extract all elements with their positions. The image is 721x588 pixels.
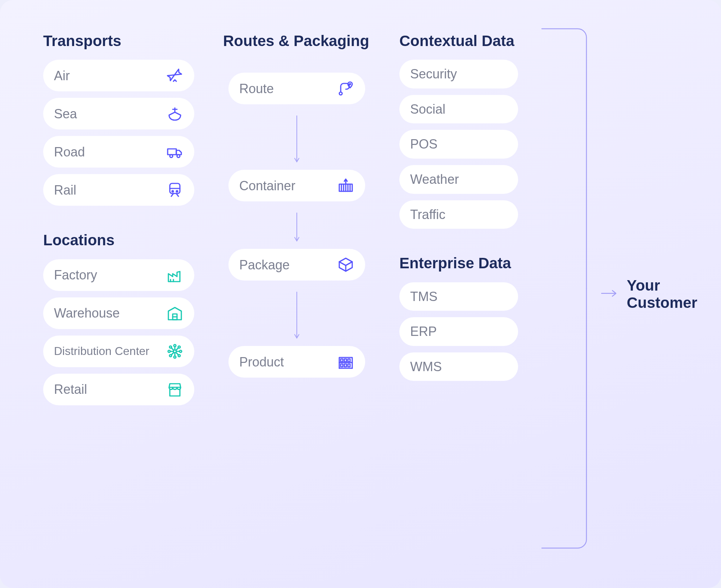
svg-rect-23 bbox=[344, 359, 346, 362]
distribution-center-label: Distribution Center bbox=[54, 345, 149, 357]
column-routes-packaging: Routes & Packaging Route Container bbox=[223, 32, 371, 556]
storefront-icon bbox=[166, 381, 183, 398]
pill-weather: Weather bbox=[399, 165, 518, 194]
svg-rect-25 bbox=[341, 364, 343, 367]
container-icon bbox=[337, 177, 354, 194]
column-transports-locations: Transports Air Sea Road bbox=[43, 32, 194, 556]
column-customer: Your Customer bbox=[547, 32, 699, 556]
route-icon bbox=[337, 80, 354, 97]
pill-container: Container bbox=[228, 170, 365, 201]
svg-rect-26 bbox=[344, 364, 346, 367]
warehouse-icon bbox=[166, 305, 183, 322]
ship-icon bbox=[166, 105, 183, 122]
pill-factory: Factory bbox=[43, 259, 194, 291]
pill-package: Package bbox=[228, 249, 365, 281]
svg-point-17 bbox=[350, 84, 351, 85]
pill-rail: Rail bbox=[43, 174, 194, 206]
pill-traffic: Traffic bbox=[399, 200, 518, 229]
airplane-icon bbox=[166, 67, 183, 84]
truck-icon bbox=[166, 143, 183, 160]
locations-title: Locations bbox=[43, 232, 194, 249]
pill-wms: WMS bbox=[399, 352, 518, 381]
flow-arrow-2 bbox=[223, 208, 371, 249]
warehouse-label: Warehouse bbox=[54, 306, 120, 320]
svg-point-9 bbox=[174, 356, 176, 358]
pill-warehouse: Warehouse bbox=[43, 297, 194, 329]
customer-block: Your Customer bbox=[601, 277, 699, 311]
pill-sea: Sea bbox=[43, 98, 194, 129]
factory-icon bbox=[166, 266, 183, 284]
pill-distribution-center: Distribution Center bbox=[43, 336, 194, 367]
diagram-canvas: Transports Air Sea Road bbox=[0, 0, 721, 588]
svg-point-11 bbox=[180, 350, 182, 352]
column-data: Contextual Data Security Social POS Weat… bbox=[399, 32, 518, 556]
routes-packaging-title: Routes & Packaging bbox=[223, 32, 371, 50]
road-label: Road bbox=[54, 145, 85, 159]
train-icon bbox=[166, 181, 183, 199]
air-label: Air bbox=[54, 69, 70, 83]
traffic-label: Traffic bbox=[410, 208, 445, 222]
pill-retail: Retail bbox=[43, 374, 194, 405]
svg-point-8 bbox=[174, 345, 176, 347]
package-icon bbox=[337, 256, 354, 273]
package-label: Package bbox=[239, 258, 290, 272]
wms-label: WMS bbox=[410, 360, 442, 374]
tms-label: TMS bbox=[410, 290, 437, 304]
enterprise-data-title: Enterprise Data bbox=[399, 255, 518, 272]
bracket-connector bbox=[539, 26, 589, 551]
pill-security: Security bbox=[399, 60, 518, 88]
factory-label: Factory bbox=[54, 268, 97, 282]
rail-label: Rail bbox=[54, 183, 76, 197]
svg-point-4 bbox=[172, 191, 173, 192]
pill-route: Route bbox=[228, 73, 365, 104]
svg-rect-27 bbox=[348, 364, 350, 367]
svg-point-10 bbox=[168, 350, 170, 352]
weather-label: Weather bbox=[410, 172, 459, 187]
flow-arrow-3 bbox=[223, 287, 371, 346]
pill-air: Air bbox=[43, 60, 194, 91]
your-customer-label: Your Customer bbox=[627, 277, 699, 311]
svg-rect-24 bbox=[348, 359, 350, 362]
flow-arrow-1 bbox=[223, 111, 371, 170]
product-label: Product bbox=[239, 355, 284, 369]
contextual-data-title: Contextual Data bbox=[399, 32, 518, 50]
transports-title: Transports bbox=[43, 32, 194, 50]
pill-road: Road bbox=[43, 136, 194, 168]
pos-label: POS bbox=[410, 137, 437, 151]
svg-point-5 bbox=[176, 191, 178, 192]
social-label: Social bbox=[410, 102, 445, 117]
sea-label: Sea bbox=[54, 107, 77, 121]
arrow-right-icon bbox=[601, 289, 618, 299]
retail-label: Retail bbox=[54, 382, 87, 397]
pill-social: Social bbox=[399, 95, 518, 124]
pill-pos: POS bbox=[399, 130, 518, 159]
pill-product: Product bbox=[228, 346, 365, 378]
svg-rect-22 bbox=[341, 359, 343, 362]
security-label: Security bbox=[410, 67, 457, 81]
container-label: Container bbox=[239, 179, 295, 193]
pill-tms: TMS bbox=[399, 282, 518, 311]
erp-label: ERP bbox=[410, 324, 437, 339]
svg-point-2 bbox=[177, 155, 180, 158]
route-label: Route bbox=[239, 82, 274, 96]
svg-point-1 bbox=[170, 155, 173, 158]
shelf-icon bbox=[337, 353, 354, 370]
pill-erp: ERP bbox=[399, 317, 518, 346]
network-icon bbox=[166, 343, 183, 360]
svg-rect-0 bbox=[168, 149, 176, 155]
